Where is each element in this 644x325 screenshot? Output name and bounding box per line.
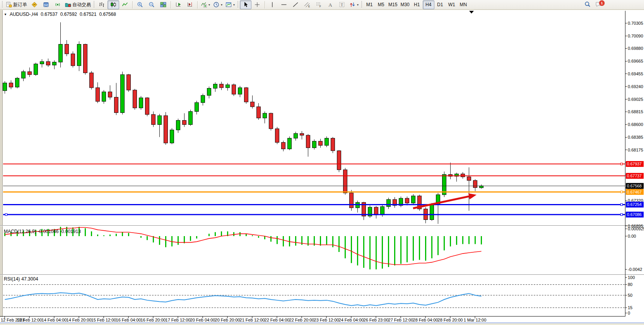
toolbar-periods-button[interactable]: ▾: [212, 0, 224, 9]
toolbar-timeframe-M15[interactable]: M15: [387, 0, 399, 9]
toolbar-timeframe-H4[interactable]: H4: [423, 0, 434, 9]
channel-icon: E: [304, 2, 310, 8]
periods-icon: [213, 2, 219, 8]
toolbar-timeframe-H1[interactable]: H1: [411, 0, 423, 9]
ohlc-close: 0.67568: [99, 12, 116, 17]
svg-text:24 Feb 04:00: 24 Feb 04:00: [339, 318, 364, 322]
toolbar-trendline-button[interactable]: [290, 0, 301, 9]
trendline-icon: [292, 2, 299, 8]
hline-icon: [281, 2, 287, 8]
svg-text:28 Feb 20:00: 28 Feb 20:00: [438, 318, 463, 322]
svg-text:23 Feb 12:00: 23 Feb 12:00: [314, 318, 339, 322]
toolbar-chart-gold-button[interactable]: [29, 0, 40, 9]
toolbar-auto-scroll-button[interactable]: [173, 0, 184, 9]
toolbar-button-label: H4: [425, 2, 431, 7]
svg-text:21 Feb 12:00: 21 Feb 12:00: [240, 318, 265, 322]
toolbar-crosshair-button[interactable]: [251, 0, 263, 9]
toolbar-vline-button[interactable]: [266, 0, 278, 9]
templates-icon: [225, 2, 232, 8]
toolbar-signal-green-button[interactable]: [52, 0, 63, 9]
toolbar-grip: [93, 1, 94, 8]
svg-text:0.67467: 0.67467: [627, 190, 642, 194]
svg-text:14 Feb 04:00: 14 Feb 04:00: [42, 318, 67, 322]
search-button[interactable]: [583, 1, 592, 9]
toolbar-arrows-button[interactable]: ▾: [348, 0, 360, 9]
chevron-down-icon[interactable]: ▾: [233, 3, 235, 7]
chevron-down-icon[interactable]: ▾: [357, 3, 359, 7]
toolbar-channel-button[interactable]: E: [301, 0, 313, 9]
toolbar-separator: [265, 1, 265, 9]
chart-collapse-icon[interactable]: ▼: [4, 13, 7, 16]
chevron-down-icon[interactable]: ▾: [208, 3, 210, 7]
svg-text:50: 50: [628, 293, 632, 298]
svg-text:0.68600: 0.68600: [628, 122, 643, 127]
ohlc-low: 0.67521: [80, 12, 96, 17]
toolbar-timeframe-M1[interactable]: M1: [364, 0, 375, 9]
toolbar-indicators-button[interactable]: ▾: [199, 0, 212, 9]
toolbar-line-chart-button[interactable]: [119, 0, 131, 9]
chat-button[interactable]: 1: [594, 1, 603, 9]
toolbar-timeframe-M30[interactable]: M30: [399, 0, 411, 9]
line-chart-icon: [122, 2, 128, 8]
svg-text:0: 0: [628, 311, 630, 315]
svg-text:E: E: [308, 5, 310, 8]
toolbar-text-button[interactable]: A: [325, 0, 336, 9]
toolbar-button-label: 自动交易: [72, 2, 91, 8]
svg-text:0.70090: 0.70090: [628, 34, 643, 38]
toolbar-button-label: M15: [388, 2, 397, 7]
toolbar-fibonacci-button[interactable]: F: [313, 0, 325, 9]
svg-text:A: A: [328, 2, 332, 8]
toolbar-separator: [171, 1, 171, 9]
rsi-name: RSI(14): [4, 276, 20, 282]
toolbar-candles-button[interactable]: [108, 0, 119, 9]
macd-indicator-label: MACD(12,26,9)-0.001046 -0.001913: [4, 229, 82, 234]
svg-text:0.68175: 0.68175: [628, 148, 643, 152]
toolbar-timeframe-M5[interactable]: M5: [375, 0, 387, 9]
svg-text:13 Feb 12:00: 13 Feb 12:00: [17, 318, 42, 322]
vline-icon: [269, 2, 275, 8]
toolbar-chart-shift-button[interactable]: [184, 0, 196, 9]
toolbar-tile-windows-button[interactable]: [157, 0, 169, 9]
svg-text:22 Feb 20:00: 22 Feb 20:00: [289, 318, 314, 322]
svg-text:0.67254: 0.67254: [627, 202, 642, 207]
toolbar-button-label: M5: [378, 2, 384, 7]
toolbar-right-icons: 1: [583, 0, 603, 9]
toolbar-button-label: W1: [448, 2, 455, 7]
chart-canvas[interactable]: 0.703050.700900.698800.696650.694550.692…: [0, 10, 644, 325]
toolbar-zoom-out-button[interactable]: [146, 0, 157, 9]
toolbar-timeframe-D1[interactable]: D1: [434, 0, 446, 9]
auto-scroll-icon: [175, 2, 181, 8]
toolbar-history-blue-button[interactable]: [40, 0, 52, 9]
toolbar-auto-trading-button[interactable]: 自动交易: [63, 0, 92, 9]
chart-gold-icon: [31, 2, 38, 8]
auto-trading-icon: [65, 2, 71, 8]
toolbar-separator: [197, 1, 198, 9]
toolbar-zoom-in-button[interactable]: [134, 0, 146, 9]
svg-text:16 Feb 20:00: 16 Feb 20:00: [141, 318, 166, 322]
chart-title: ▼ AUDUSD-,H4 0.67537 0.67592 0.67521 0.6…: [4, 12, 116, 17]
toolbar-cursor-button[interactable]: [240, 0, 251, 9]
chevron-down-icon[interactable]: ▾: [221, 3, 222, 7]
toolbar-bars-button[interactable]: [96, 0, 108, 9]
text-icon: A: [327, 2, 333, 8]
toolbar-timeframe-W1[interactable]: W1: [446, 0, 458, 9]
toolbar-hline-button[interactable]: [278, 0, 290, 9]
candles-icon: [110, 2, 116, 8]
toolbar-button-label: M30: [400, 2, 409, 7]
toolbar-new-order-button[interactable]: 新订单: [4, 0, 29, 9]
svg-text:100: 100: [628, 275, 635, 280]
signal-green-icon: [55, 2, 61, 8]
crosshair-icon: [254, 2, 260, 8]
svg-text:0.67086: 0.67086: [627, 212, 642, 217]
svg-text:20 Feb 20:00: 20 Feb 20:00: [215, 318, 240, 322]
svg-text:27 Feb 12:00: 27 Feb 12:00: [388, 318, 413, 322]
svg-text:0.67737: 0.67737: [627, 174, 642, 178]
svg-text:0.69665: 0.69665: [628, 59, 643, 63]
fibonacci-icon: F: [316, 2, 322, 8]
rsi-indicator-label: RSI(14)47.3004: [4, 276, 40, 282]
toolbar-text-label-button[interactable]: T: [336, 0, 348, 9]
toolbar-button-label: D1: [437, 2, 443, 7]
toolbar-templates-button[interactable]: ▾: [224, 0, 236, 9]
toolbar-timeframe-MN[interactable]: MN: [458, 0, 469, 9]
svg-text:22 Feb 04:00: 22 Feb 04:00: [265, 318, 290, 322]
